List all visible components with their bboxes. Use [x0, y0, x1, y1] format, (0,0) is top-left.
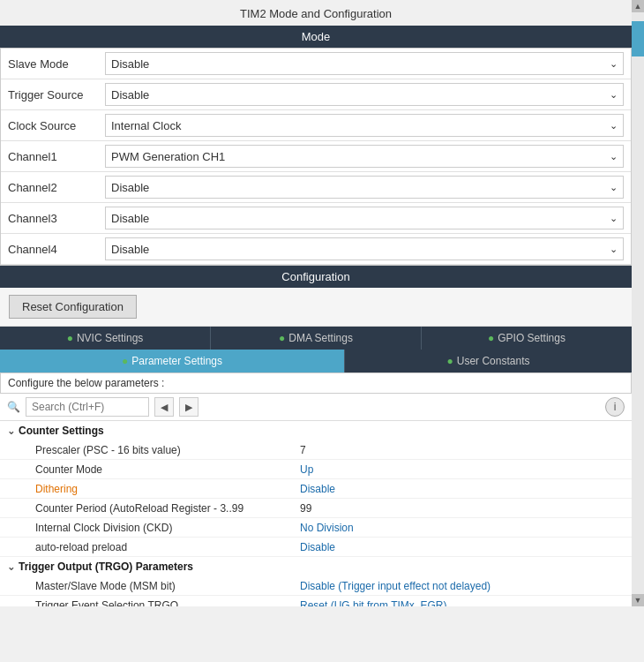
tab-gpio-label: GPIO Settings [498, 332, 565, 344]
param-prescaler-name: Prescaler (PSC - 16 bits value) [35, 444, 300, 456]
channel4-select[interactable]: Disable ⌄ [105, 237, 624, 260]
param-row-trgo: Trigger Event Selection TRGO Reset (UG b… [0, 596, 632, 606]
slave-mode-label: Slave Mode [8, 57, 105, 71]
trigger-source-label: Trigger Source [8, 88, 105, 102]
param-auto-reload-value: Disable [300, 541, 335, 553]
tab-gpio-settings[interactable]: ● GPIO Settings [422, 327, 632, 350]
param-row-counter-mode: Counter Mode Up [0, 460, 632, 479]
clock-source-value: Internal Clock [111, 119, 181, 132]
trigger-source-select[interactable]: Disable ⌄ [105, 83, 624, 106]
param-row-prescaler: Prescaler (PSC - 16 bits value) 7 [0, 440, 632, 460]
tabs-row2: ● Parameter Settings ● User Constants [0, 350, 632, 372]
clock-source-row: Clock Source Internal Clock ⌄ [1, 110, 631, 141]
tab-param-label: Parameter Settings [131, 355, 222, 367]
slave-mode-chevron-icon: ⌄ [610, 58, 618, 70]
trigger-output-chevron-icon: ⌄ [7, 561, 15, 573]
param-dithering-value: Disable [300, 483, 335, 495]
param-row-clock-division: Internal Clock Division (CKD) No Divisio… [0, 518, 632, 538]
channel3-chevron-icon: ⌄ [610, 213, 618, 224]
tab-dma-settings[interactable]: ● DMA Settings [211, 327, 422, 350]
channel2-row: Channel2 Disable ⌄ [1, 172, 631, 203]
reset-configuration-button[interactable]: Reset Configuration [9, 295, 137, 319]
tab-user-constants[interactable]: ● User Constants [345, 350, 632, 372]
channel4-row: Channel4 Disable ⌄ [1, 234, 631, 265]
channel4-value: Disable [111, 243, 149, 256]
channel2-value: Disable [111, 181, 149, 194]
channel1-select[interactable]: PWM Generation CH1 ⌄ [105, 145, 624, 168]
channel1-chevron-icon: ⌄ [610, 151, 618, 162]
channel3-value: Disable [111, 212, 149, 225]
info-icon[interactable]: i [605, 397, 625, 417]
param-clock-division-name: Internal Clock Division (CKD) [35, 522, 300, 534]
params-area: ⌄ Counter Settings Prescaler (PSC - 16 b… [0, 421, 632, 606]
tab-dma-label: DMA Settings [288, 332, 353, 344]
trigger-source-value: Disable [111, 88, 149, 102]
param-counter-period-name: Counter Period (AutoReload Register - 3.… [35, 502, 300, 515]
param-trgo-name: Trigger Event Selection TRGO [35, 599, 300, 607]
counter-settings-label: Counter Settings [19, 425, 104, 437]
right-scrollbar[interactable]: ▲ ▼ [632, 0, 644, 606]
scroll-track [632, 12, 644, 594]
channel3-select[interactable]: Disable ⌄ [105, 207, 624, 229]
nav-prev-button[interactable]: ◀ [154, 397, 174, 417]
channel2-chevron-icon: ⌄ [610, 182, 618, 193]
scroll-down-button[interactable]: ▼ [632, 594, 644, 606]
param-counter-period-value: 99 [300, 502, 311, 515]
param-row-dithering: Dithering Disable [0, 479, 632, 499]
tab-nvic-label: NVIC Settings [77, 332, 143, 344]
channel3-label: Channel3 [8, 212, 105, 225]
scroll-thumb [632, 21, 644, 56]
clock-source-chevron-icon: ⌄ [610, 120, 618, 132]
dma-check-icon: ● [279, 332, 285, 344]
nvic-check-icon: ● [67, 332, 73, 344]
param-dithering-name: Dithering [35, 483, 300, 495]
counter-settings-chevron-icon: ⌄ [7, 425, 15, 437]
param-msm-value: Disable (Trigger input effect not delaye… [300, 580, 490, 592]
tab-nvic-settings[interactable]: ● NVIC Settings [0, 327, 211, 350]
channel1-label: Channel1 [8, 150, 105, 163]
tabs-row1: ● NVIC Settings ● DMA Settings ● GPIO Se… [0, 327, 632, 350]
tab-parameter-settings[interactable]: ● Parameter Settings [0, 350, 345, 372]
param-counter-mode-value: Up [300, 463, 313, 476]
param-msm-name: Master/Slave Mode (MSM bit) [35, 580, 300, 592]
search-icon: 🔍 [7, 401, 20, 413]
user-check-icon: ● [447, 355, 453, 367]
scroll-up-button[interactable]: ▲ [632, 0, 644, 12]
search-row: 🔍 ◀ ▶ i [0, 394, 632, 421]
configure-bar: Configure the below parameters : [0, 372, 632, 394]
channel1-value: PWM Generation CH1 [111, 150, 225, 163]
channel1-row: Channel1 PWM Generation CH1 ⌄ [1, 141, 631, 172]
slave-mode-value: Disable [111, 57, 149, 71]
window-title: TIM2 Mode and Configuration [0, 0, 632, 26]
param-check-icon: ● [122, 355, 128, 367]
mode-section-header: Mode [0, 26, 632, 48]
config-section-header: Configuration [0, 266, 632, 288]
slave-mode-select[interactable]: Disable ⌄ [105, 52, 624, 75]
channel2-select[interactable]: Disable ⌄ [105, 176, 624, 199]
channel4-label: Channel4 [8, 243, 105, 256]
slave-mode-row: Slave Mode Disable ⌄ [1, 49, 631, 79]
param-counter-mode-name: Counter Mode [35, 463, 300, 476]
nav-next-button[interactable]: ▶ [179, 397, 198, 417]
param-prescaler-value: 7 [300, 444, 306, 456]
channel3-row: Channel3 Disable ⌄ [1, 203, 631, 234]
param-row-auto-reload: auto-reload preload Disable [0, 538, 632, 557]
trigger-output-label: Trigger Output (TRGO) Parameters [19, 560, 193, 573]
clock-source-select[interactable]: Internal Clock ⌄ [105, 114, 624, 137]
param-row-counter-period: Counter Period (AutoReload Register - 3.… [0, 499, 632, 518]
channel4-chevron-icon: ⌄ [610, 244, 618, 255]
mode-fields-container: Slave Mode Disable ⌄ Trigger Source Disa… [0, 48, 632, 266]
counter-settings-group-header[interactable]: ⌄ Counter Settings [0, 421, 632, 440]
clock-source-label: Clock Source [8, 119, 105, 132]
param-clock-division-value: No Division [300, 522, 354, 534]
param-trgo-value: Reset (UG bit from TIMx_EGR) [300, 599, 446, 607]
trigger-output-group-header[interactable]: ⌄ Trigger Output (TRGO) Parameters [0, 557, 632, 576]
search-input[interactable] [26, 397, 149, 417]
gpio-check-icon: ● [488, 332, 494, 344]
param-row-msm: Master/Slave Mode (MSM bit) Disable (Tri… [0, 576, 632, 596]
channel2-label: Channel2 [8, 181, 105, 194]
param-auto-reload-name: auto-reload preload [35, 541, 300, 553]
tab-user-label: User Constants [457, 355, 530, 367]
trigger-source-row: Trigger Source Disable ⌄ [1, 79, 631, 110]
trigger-source-chevron-icon: ⌄ [610, 89, 618, 101]
